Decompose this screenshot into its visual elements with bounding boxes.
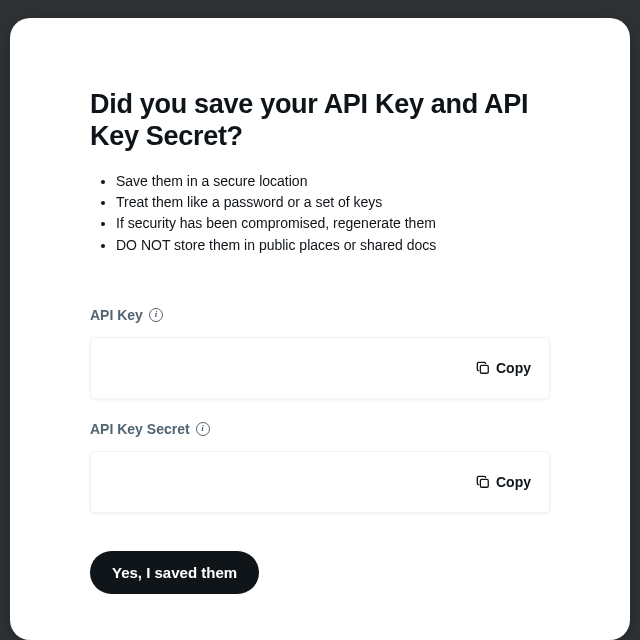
info-icon[interactable]: i <box>196 422 210 436</box>
copy-icon <box>476 361 490 375</box>
list-item: DO NOT store them in public places or sh… <box>116 235 550 255</box>
api-key-save-modal: Did you save your API Key and API Key Se… <box>10 18 630 640</box>
svg-rect-0 <box>480 365 488 373</box>
api-key-secret-label-text: API Key Secret <box>90 421 190 437</box>
api-key-value-box: Copy <box>90 337 550 399</box>
api-key-field-group: API Key i Copy <box>90 307 550 399</box>
api-key-secret-value-box: Copy <box>90 451 550 513</box>
modal-title: Did you save your API Key and API Key Se… <box>90 88 550 153</box>
list-item: Save them in a secure location <box>116 171 550 191</box>
copy-label: Copy <box>496 474 531 490</box>
api-key-secret-field-group: API Key Secret i Copy <box>90 421 550 513</box>
copy-api-key-secret-button[interactable]: Copy <box>476 474 531 490</box>
info-icon[interactable]: i <box>149 308 163 322</box>
guidance-list: Save them in a secure location Treat the… <box>90 171 550 255</box>
copy-icon <box>476 475 490 489</box>
api-key-label-text: API Key <box>90 307 143 323</box>
svg-rect-1 <box>480 479 488 487</box>
confirm-saved-button[interactable]: Yes, I saved them <box>90 551 259 594</box>
api-key-label: API Key i <box>90 307 550 323</box>
list-item: Treat them like a password or a set of k… <box>116 192 550 212</box>
api-key-secret-label: API Key Secret i <box>90 421 550 437</box>
copy-label: Copy <box>496 360 531 376</box>
list-item: If security has been compromised, regene… <box>116 213 550 233</box>
copy-api-key-button[interactable]: Copy <box>476 360 531 376</box>
